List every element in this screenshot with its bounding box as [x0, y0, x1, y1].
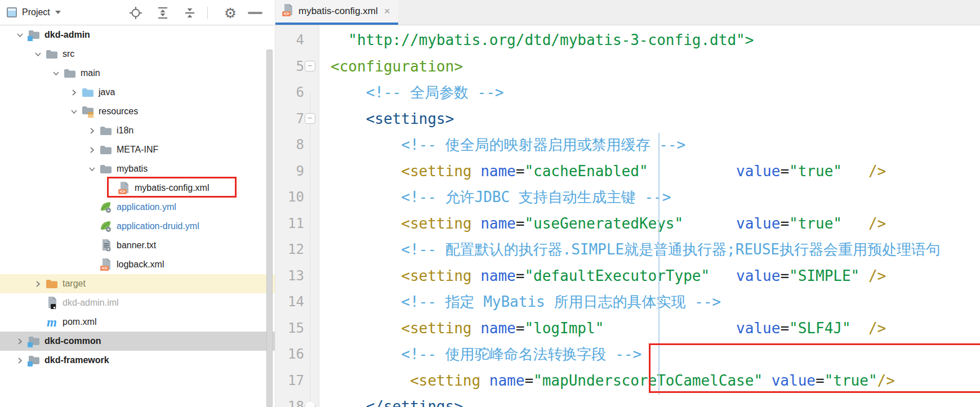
- chevron-down-icon[interactable]: [55, 11, 61, 14]
- xml-file-icon: <>: [282, 4, 293, 19]
- project-tree: dkd-adminsrcmainjavaresourcesi18nMETA-IN…: [0, 25, 275, 370]
- collapse-all-button[interactable]: [182, 6, 197, 20]
- svg-text:<>: <>: [283, 11, 289, 16]
- annotation-box-code: [649, 343, 980, 393]
- chevron-collapsed-icon[interactable]: [84, 146, 99, 154]
- project-tool-window-icon: [7, 7, 17, 17]
- fold-marker-open-icon[interactable]: −: [305, 113, 315, 124]
- chevron-collapsed-icon[interactable]: [84, 127, 99, 135]
- svg-text:<>: <>: [101, 265, 107, 271]
- module-folder-icon: [27, 336, 41, 347]
- code-line-5[interactable]: <configuration>: [331, 53, 980, 80]
- tree-item-application-yml[interactable]: application.yml: [0, 198, 275, 217]
- tree-item-target[interactable]: target: [0, 274, 275, 293]
- chevron-collapsed-icon[interactable]: [12, 357, 27, 364]
- code-line-13[interactable]: <setting name="defaultExecutorType" valu…: [331, 263, 980, 289]
- tree-item-label: META-INF: [117, 145, 158, 155]
- code-line-15[interactable]: <setting name="logImpl" value="SLF4J" />: [331, 315, 980, 342]
- chevron-collapsed-icon[interactable]: [30, 280, 45, 288]
- line-number: 11: [275, 211, 319, 237]
- tree-item-label: logback.xml: [117, 260, 164, 270]
- xml-file-icon: <>: [99, 258, 113, 271]
- tree-item-label: i18n: [117, 126, 133, 136]
- folder-icon: [99, 145, 113, 155]
- code-line-9[interactable]: <setting name="cacheEnabled" value="true…: [331, 158, 980, 185]
- line-number: 13: [275, 263, 319, 289]
- line-number: 12: [275, 236, 319, 263]
- project-tool-window: Project ⚙ dkd-adminsrcmain: [0, 0, 275, 407]
- chevron-expanded-icon[interactable]: [48, 70, 63, 77]
- chevron-collapsed-icon[interactable]: [12, 338, 27, 345]
- code-line-18[interactable]: </settings>: [331, 393, 980, 407]
- tree-item-label: src: [63, 49, 74, 59]
- line-number: 14: [275, 289, 319, 315]
- chevron-collapsed-icon[interactable]: [66, 89, 81, 96]
- expand-all-icon: [156, 6, 170, 20]
- tab-close-icon[interactable]: ×: [384, 5, 390, 17]
- chevron-expanded-icon[interactable]: [84, 166, 99, 173]
- tree-item-label: dkd-admin.iml: [63, 298, 119, 308]
- tree-item-dkd-common[interactable]: dkd-common: [0, 332, 275, 351]
- line-number: 17: [275, 368, 319, 394]
- folder-icon: [99, 164, 113, 175]
- hide-panel-icon: [248, 12, 262, 14]
- code-line-4[interactable]: "http://mybatis.org/dtd/mybatis-3-config…: [331, 27, 980, 53]
- tree-item-label: pom.xml: [63, 317, 96, 327]
- code-line-8[interactable]: <!-- 使全局的映射器启用或禁用缓存 -->: [331, 132, 980, 158]
- code-line-14[interactable]: <!-- 指定 MyBatis 所用日志的具体实现 -->: [331, 289, 980, 315]
- line-number: 4: [275, 27, 319, 53]
- tree-item-application-druid-yml[interactable]: application-druid.yml: [0, 217, 275, 236]
- tree-scrollbar-thumb[interactable]: [266, 50, 273, 407]
- tree-item-label: dkd-admin: [44, 30, 90, 40]
- chevron-expanded-icon[interactable]: [30, 51, 45, 58]
- module-folder-icon: [27, 355, 41, 366]
- tree-item-label: java: [99, 87, 115, 97]
- locate-file-button[interactable]: [128, 6, 143, 20]
- panel-title: Project: [22, 7, 50, 17]
- chevron-expanded-icon[interactable]: [12, 32, 27, 39]
- tree-item-src[interactable]: src: [0, 44, 275, 64]
- gear-icon: ⚙: [224, 6, 237, 20]
- code-line-10[interactable]: <!-- 允许JDBC 支持自动生成主键 -->: [331, 184, 980, 211]
- line-number: 6: [275, 79, 319, 106]
- tree-item-dkd-admin[interactable]: dkd-admin: [0, 25, 275, 44]
- tab-title: mybatis-config.xml: [299, 6, 378, 17]
- spring-yml-icon: [99, 201, 113, 213]
- folder-icon: [45, 49, 59, 60]
- toolbar-separator: [207, 7, 208, 19]
- fold-connector-line: [310, 93, 310, 407]
- code-line-11[interactable]: <setting name="useGeneratedKeys" value="…: [331, 211, 980, 237]
- expand-all-button[interactable]: [155, 6, 170, 20]
- tree-item-main[interactable]: main: [0, 64, 275, 83]
- tree-item-logback-xml[interactable]: <>logback.xml: [0, 255, 275, 274]
- tree-item-label: resources: [99, 106, 138, 117]
- text-file-icon: [99, 239, 113, 252]
- chevron-expanded-icon[interactable]: [66, 108, 81, 115]
- code-line-6[interactable]: <!-- 全局参数 -->: [331, 79, 980, 106]
- code-line-12[interactable]: <!-- 配置默认的执行器.SIMPLE就是普通执行器;REUSE执行器会重用预…: [331, 236, 980, 263]
- tree-item-java[interactable]: java: [0, 83, 275, 102]
- tree-item-pom-xml[interactable]: mpom.xml: [0, 312, 275, 332]
- tree-item-label: application-druid.yml: [117, 221, 199, 231]
- tree-item-label: application.yml: [117, 202, 176, 212]
- tree-item-label: banner.txt: [117, 240, 156, 251]
- source-folder-icon: [81, 87, 95, 98]
- folder-icon: [99, 126, 113, 136]
- spring-yml-icon: [99, 220, 113, 232]
- tree-item-banner-txt[interactable]: banner.txt: [0, 236, 275, 255]
- tree-item-label: dkd-common: [44, 336, 101, 346]
- tree-item-dkd-framework[interactable]: dkd-framework: [0, 351, 275, 370]
- tree-item-meta-inf[interactable]: META-INF: [0, 140, 275, 159]
- tree-item-i18n[interactable]: i18n: [0, 121, 275, 140]
- tree-item-label: main: [81, 68, 100, 78]
- tree-item-mybatis[interactable]: mybatis: [0, 159, 275, 178]
- hide-panel-button[interactable]: [248, 6, 262, 20]
- tree-item-resources[interactable]: resources: [0, 102, 275, 121]
- editor-tab-bar: <> mybatis-config.xml ×: [275, 0, 980, 25]
- settings-gear-button[interactable]: ⚙: [223, 6, 238, 20]
- tree-item-dkd-admin-iml[interactable]: dkd-admin.iml: [0, 293, 275, 312]
- code-line-7[interactable]: <settings>: [331, 106, 980, 132]
- fold-marker-open-icon[interactable]: −: [305, 61, 315, 71]
- line-number: 9: [275, 158, 319, 185]
- tab-mybatis-config-xml[interactable]: <> mybatis-config.xml ×: [275, 0, 398, 25]
